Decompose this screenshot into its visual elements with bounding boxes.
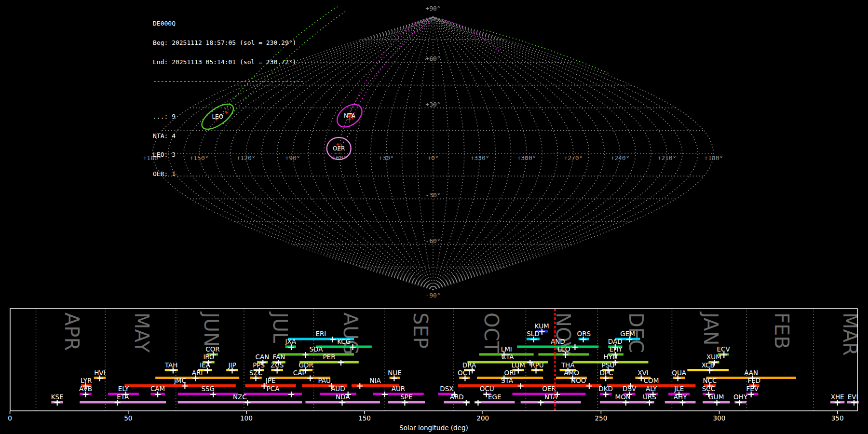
lon-label: +270° xyxy=(564,154,583,162)
x-tick-label: 0 xyxy=(8,414,12,422)
shower-label-tha: THA xyxy=(561,361,575,369)
shower-label-urs: URS xyxy=(643,393,656,401)
x-tick-label: 150 xyxy=(358,414,371,422)
shower-label-aly: ALY xyxy=(646,385,657,393)
activity-timeline: APRMAYJUNJULAUGSEPOCTNOVDECJANFEBMARKUME… xyxy=(8,309,861,432)
peak-marker-ard xyxy=(463,400,469,406)
lat-label: -90° xyxy=(425,292,440,299)
shower-label-per: PER xyxy=(323,353,335,361)
shower-label-kum: KUM xyxy=(535,322,549,330)
shower-label-tah: TAH xyxy=(164,361,178,369)
meridian-line xyxy=(371,17,433,290)
shower-label-iea: IEA xyxy=(200,361,211,369)
shower-label-ssg: SSG xyxy=(201,385,215,393)
shower-label-lum: LUM xyxy=(512,361,525,369)
shower-label-jmc: JMC xyxy=(174,377,186,384)
lon-label: +180° xyxy=(704,154,723,162)
plot-canvas: +180°+150°+120°+90°+60°+30°+0°+330°+300°… xyxy=(0,0,868,434)
count-nta: NTA: 4 xyxy=(153,133,304,139)
shower-label-oer: OER xyxy=(542,385,556,393)
shower-label-sld: SLD xyxy=(527,330,540,338)
shower-label-aur: AUR xyxy=(392,385,406,393)
x-tick-label: 250 xyxy=(595,414,607,422)
meridian-line xyxy=(433,17,667,290)
month-label: APR xyxy=(61,312,83,351)
shower-label-lyr: LYR xyxy=(81,377,92,384)
shower-label-kse: KSE xyxy=(51,393,64,401)
month-label: AUG xyxy=(339,312,362,355)
shower-label-oct: OCT xyxy=(458,369,472,377)
meridian-line xyxy=(308,17,433,290)
shower-label-pps: PPS xyxy=(253,361,265,369)
shower-bar-sta xyxy=(458,384,556,387)
end-time-line: End: 20251113 05:14:01 (sol = 230.72°) xyxy=(153,59,304,65)
shower-label-fan: FAN xyxy=(272,353,285,361)
shower-label-zcs: ZCS xyxy=(271,361,284,369)
shower-bar-aur xyxy=(373,393,423,395)
radiant-label-oer: OER xyxy=(333,145,345,152)
shower-label-jip: JIP xyxy=(228,361,236,369)
shower-label-ege: EGE xyxy=(488,393,502,401)
spacer xyxy=(153,97,304,101)
shower-label-cor: COR xyxy=(205,345,219,353)
peak-marker-sda xyxy=(302,352,308,358)
month-label: JUN xyxy=(200,311,222,347)
shower-label-jle: JLE xyxy=(674,385,684,393)
meteor-trail xyxy=(349,19,435,122)
lat-label: +90° xyxy=(425,5,440,12)
shower-label-dra: DRA xyxy=(462,361,476,369)
lon-label: +210° xyxy=(657,154,676,162)
shower-label-nzc: NZC xyxy=(233,393,247,401)
shower-bar-kcg xyxy=(316,346,372,348)
lon-label: +330° xyxy=(470,154,489,162)
lat-label: +30° xyxy=(425,101,440,108)
shower-bar-nzc xyxy=(178,401,302,404)
shower-label-leo: LEO xyxy=(557,345,570,353)
peak-marker-cap xyxy=(307,376,313,381)
shower-label-nia: NIA xyxy=(369,377,381,384)
shower-label-scc: SCC xyxy=(702,385,715,393)
meteor-observation-screen: +180°+150°+120°+90°+60°+30°+0°+330°+300°… xyxy=(0,0,868,434)
x-tick-label: 50 xyxy=(124,414,132,422)
shower-label-dpc: DPC xyxy=(599,369,613,377)
count-oer: OER: 1 xyxy=(153,171,304,177)
shower-label-cam: CAM xyxy=(150,385,165,393)
lon-label: +30° xyxy=(379,154,393,162)
shower-label-gem: GEM xyxy=(620,330,635,338)
shower-label-ard: ARD xyxy=(450,393,464,401)
shower-label-hvi: HVI xyxy=(94,369,105,377)
shower-label-ari: ARI xyxy=(192,369,203,377)
shower-label-gum: GUM xyxy=(708,393,724,401)
shower-label-amo: AMO xyxy=(564,369,579,377)
peak-marker-aur xyxy=(382,392,388,397)
count-sporadic: ...: 9 xyxy=(153,113,304,120)
meteor-trail xyxy=(483,30,609,73)
peak-marker-per xyxy=(338,360,344,366)
shower-label-aan: AAN xyxy=(744,369,758,377)
lat-label: -30° xyxy=(425,191,440,199)
station-id: DE000Q xyxy=(153,20,304,27)
shower-label-ecv: ECV xyxy=(717,345,730,353)
shower-label-dad: DAD xyxy=(608,338,623,345)
shower-label-ocu: OCU xyxy=(480,385,494,393)
shower-label-ncc: NCC xyxy=(703,377,717,384)
shower-label-ori: ORI xyxy=(504,369,516,377)
x-axis: 050100150200250300350Solar longitude (de… xyxy=(8,411,843,432)
shower-label-pca: PCA xyxy=(267,385,280,393)
peak-marker-ege xyxy=(475,400,481,406)
month-label: MAY xyxy=(131,312,153,353)
shower-label-mon: MON xyxy=(615,393,631,401)
radiant-label-nta: NTA xyxy=(344,112,355,119)
x-tick-label: 300 xyxy=(713,414,726,422)
shower-bars: KUMERISLDORSGEMJXAKCGANDDADCORSDALMILEOE… xyxy=(51,322,859,406)
shower-label-cta: CTA xyxy=(502,353,515,361)
shower-label-psu: PSU xyxy=(602,361,615,369)
shower-label-avb: AVB xyxy=(79,385,92,393)
meteor-trail xyxy=(443,19,503,54)
shower-label-cap: CAP xyxy=(293,369,306,377)
meridian-line xyxy=(433,17,636,290)
shower-label-rpu: RPU xyxy=(530,361,543,369)
lon-label: +0° xyxy=(427,154,438,162)
shower-label-can: CAN xyxy=(256,353,270,361)
shower-label-ehy: EHY xyxy=(610,345,623,353)
